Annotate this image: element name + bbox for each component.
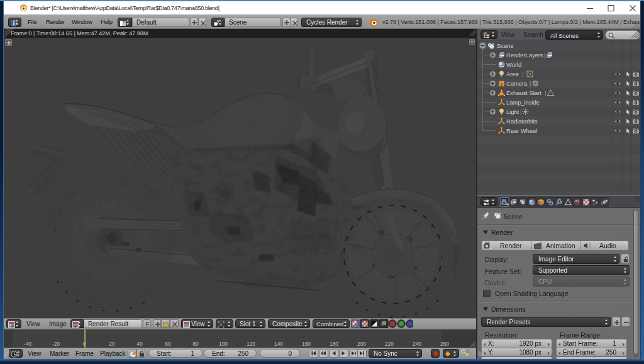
- svg-text:|: |: [522, 71, 523, 77]
- svg-text:20: 20: [109, 341, 115, 347]
- svg-text:140: 140: [274, 341, 283, 347]
- svg-text:Camera: Camera: [506, 80, 528, 87]
- svg-text:Light: Light: [506, 108, 519, 115]
- svg-text:|: |: [545, 89, 546, 96]
- svg-text:Radiatorbits: Radiatorbits: [506, 118, 538, 125]
- svg-text:RenderLayers: RenderLayers: [506, 52, 543, 59]
- svg-text:-20: -20: [52, 341, 60, 347]
- svg-text:0: 0: [83, 341, 86, 347]
- svg-text:220: 220: [385, 341, 394, 347]
- svg-text:200: 200: [357, 341, 366, 347]
- svg-text:|: |: [530, 80, 531, 87]
- svg-text:180: 180: [330, 341, 338, 347]
- svg-text:Scene: Scene: [497, 42, 513, 49]
- svg-text:260: 260: [440, 341, 449, 347]
- svg-text:240: 240: [413, 341, 421, 347]
- svg-text:|: |: [544, 52, 545, 59]
- svg-text:100: 100: [219, 341, 228, 347]
- svg-text:Area: Area: [506, 71, 519, 77]
- svg-text:Rear Wheel: Rear Wheel: [506, 127, 537, 134]
- svg-text:World: World: [506, 61, 521, 68]
- svg-text:40: 40: [136, 341, 143, 347]
- svg-text:-40: -40: [24, 341, 32, 347]
- svg-text:Lamp_inside: Lamp_inside: [506, 99, 540, 106]
- svg-text:|: |: [520, 108, 521, 115]
- svg-text:80: 80: [192, 341, 199, 347]
- svg-text:60: 60: [165, 341, 171, 347]
- svg-text:Exhaust Start: Exhaust Start: [506, 89, 541, 96]
- svg-text:120: 120: [247, 341, 255, 347]
- svg-text:160: 160: [302, 341, 311, 347]
